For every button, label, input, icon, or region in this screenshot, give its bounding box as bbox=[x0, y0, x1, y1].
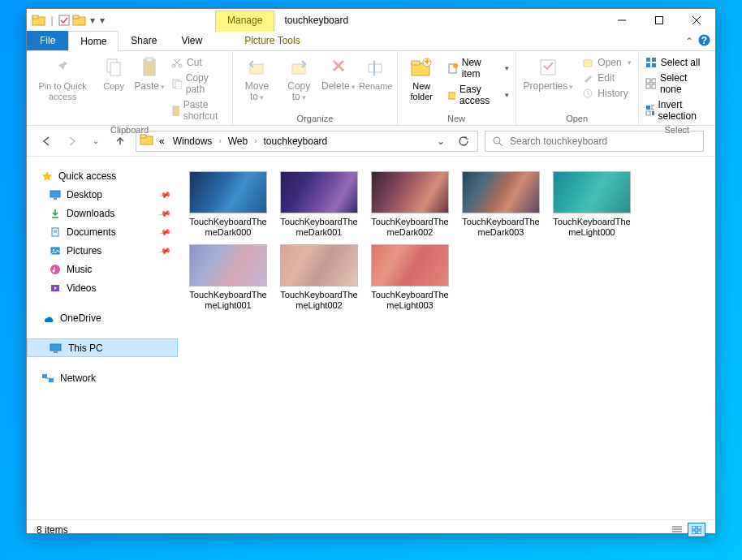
file-name: TouchKeyboardThemeLight000 bbox=[550, 217, 634, 238]
maximize-button[interactable] bbox=[641, 9, 678, 32]
nav-network[interactable]: Network bbox=[27, 368, 178, 387]
nav-this-pc[interactable]: This PC bbox=[27, 338, 178, 357]
new-item-button[interactable]: New item▾ bbox=[444, 55, 512, 81]
nav-quick-access[interactable]: Quick access bbox=[27, 166, 178, 185]
svg-rect-64 bbox=[49, 378, 54, 382]
recent-dropdown[interactable]: ⌄ bbox=[87, 132, 105, 150]
copy-button[interactable]: Copy bbox=[97, 54, 131, 94]
invert-selection-button[interactable]: Invert selection bbox=[642, 97, 712, 123]
paste-icon bbox=[140, 56, 159, 79]
nav-downloads[interactable]: Downloads📌 bbox=[27, 204, 178, 222]
search-box[interactable] bbox=[485, 131, 704, 152]
edit-button[interactable]: Edit bbox=[579, 71, 634, 85]
svg-rect-44 bbox=[646, 111, 650, 115]
file-item[interactable]: TouchKeyboardThemeLight001 bbox=[183, 241, 274, 314]
svg-rect-19 bbox=[173, 106, 179, 116]
select-none-button[interactable]: Select none bbox=[642, 71, 712, 97]
file-item[interactable]: TouchKeyboardThemeDark000 bbox=[183, 168, 274, 241]
pin-icon: 📌 bbox=[158, 244, 171, 257]
easy-access-button[interactable]: Easy access▾ bbox=[444, 82, 512, 108]
music-icon bbox=[50, 264, 61, 275]
chevron-right-icon[interactable]: › bbox=[217, 136, 222, 145]
desktop-icon bbox=[50, 189, 61, 200]
tab-home[interactable]: Home bbox=[68, 31, 119, 51]
rename-icon bbox=[366, 56, 386, 79]
svg-rect-14 bbox=[146, 58, 153, 62]
thumbnails-view-button[interactable] bbox=[688, 523, 705, 537]
file-name: TouchKeyboardThemeLight002 bbox=[277, 290, 361, 311]
content-area[interactable]: TouchKeyboardThemeDark000TouchKeyboardTh… bbox=[178, 157, 715, 519]
tab-share[interactable]: Share bbox=[119, 30, 169, 50]
file-item[interactable]: TouchKeyboardThemeLight003 bbox=[365, 241, 455, 314]
select-all-button[interactable]: Select all bbox=[642, 55, 712, 70]
tab-file[interactable]: File bbox=[27, 31, 68, 50]
nav-pictures[interactable]: Pictures📌 bbox=[27, 241, 178, 260]
nav-videos[interactable]: Videos bbox=[27, 278, 178, 297]
cut-button[interactable]: Cut bbox=[168, 55, 229, 70]
rename-button[interactable]: Rename bbox=[358, 54, 394, 94]
pictures-icon bbox=[50, 245, 61, 256]
videos-icon bbox=[50, 282, 61, 294]
refresh-button[interactable] bbox=[453, 131, 474, 151]
new-folder-button[interactable]: ✦ New folder bbox=[401, 54, 442, 105]
close-button[interactable] bbox=[678, 9, 715, 32]
delete-button[interactable]: Delete▾ bbox=[321, 54, 356, 95]
properties-button[interactable]: Properties▾ bbox=[520, 54, 578, 95]
back-button[interactable] bbox=[38, 132, 56, 150]
nav-desktop[interactable]: Desktop📌 bbox=[27, 185, 178, 204]
thumbnail bbox=[553, 171, 631, 213]
copy-path-button[interactable]: Copy path bbox=[168, 71, 229, 97]
details-view-button[interactable] bbox=[668, 523, 686, 537]
nav-onedrive[interactable]: OneDrive bbox=[27, 308, 178, 327]
forward-button[interactable] bbox=[63, 132, 80, 150]
paste-shortcut-button[interactable]: Paste shortcut bbox=[168, 97, 229, 123]
newitem-icon bbox=[447, 62, 458, 74]
svg-line-49 bbox=[499, 143, 503, 146]
file-item[interactable]: TouchKeyboardThemeDark002 bbox=[365, 168, 455, 241]
svg-rect-36 bbox=[646, 63, 650, 67]
ribbon-collapse-icon[interactable]: ⌃ bbox=[685, 36, 693, 47]
file-item[interactable]: TouchKeyboardThemeLight000 bbox=[546, 168, 637, 241]
tab-view[interactable]: View bbox=[169, 30, 214, 50]
move-to-button[interactable]: Move to▾ bbox=[236, 54, 277, 106]
pin-icon: 📌 bbox=[158, 207, 171, 220]
svg-point-57 bbox=[53, 249, 54, 251]
svg-rect-40 bbox=[646, 84, 650, 88]
minimize-button[interactable] bbox=[603, 9, 641, 32]
folder-small-icon[interactable] bbox=[72, 14, 87, 27]
qat-overflow[interactable]: ▾ bbox=[100, 15, 105, 26]
help-icon[interactable]: ? bbox=[698, 34, 710, 49]
status-bar: 8 items bbox=[27, 519, 715, 539]
file-name: TouchKeyboardThemeDark002 bbox=[368, 217, 452, 238]
item-count: 8 items bbox=[37, 524, 68, 536]
search-input[interactable] bbox=[510, 136, 697, 147]
crumb-web[interactable]: Web bbox=[225, 136, 251, 147]
crumb-windows[interactable]: Windows bbox=[170, 136, 216, 147]
nav-music[interactable]: Music bbox=[27, 260, 178, 278]
svg-rect-41 bbox=[652, 84, 656, 88]
tab-picture-tools[interactable]: Picture Tools bbox=[232, 30, 312, 50]
svg-rect-43 bbox=[652, 106, 654, 110]
open-button[interactable]: Open▾ bbox=[579, 55, 634, 70]
paste-button[interactable]: Paste▾ bbox=[132, 54, 166, 95]
crumb-prefix[interactable]: « bbox=[156, 136, 168, 147]
chevron-right-icon[interactable]: › bbox=[252, 136, 258, 145]
svg-rect-71 bbox=[692, 531, 696, 534]
crumb-touchkeyboard[interactable]: touchkeyboard bbox=[261, 136, 331, 147]
file-item[interactable]: TouchKeyboardThemeLight002 bbox=[274, 241, 365, 314]
qat-dropdown-icon[interactable]: ▾ bbox=[88, 15, 97, 26]
svg-rect-61 bbox=[50, 344, 61, 351]
history-button[interactable]: History bbox=[579, 86, 634, 101]
file-item[interactable]: TouchKeyboardThemeDark001 bbox=[274, 168, 365, 241]
file-item[interactable]: TouchKeyboardThemeDark003 bbox=[455, 168, 546, 241]
checkbox-icon[interactable] bbox=[58, 14, 71, 27]
copy-to-button[interactable]: Copy to▾ bbox=[279, 54, 319, 106]
pin-icon: 📌 bbox=[158, 188, 171, 201]
nav-documents[interactable]: Documents📌 bbox=[27, 222, 178, 241]
svg-point-48 bbox=[494, 137, 500, 144]
address-bar[interactable]: « Windows› Web› touchkeyboard ⌄ bbox=[136, 131, 478, 152]
context-tab[interactable]: Manage bbox=[215, 11, 274, 32]
up-button[interactable] bbox=[111, 132, 129, 150]
pin-button[interactable]: Pin to Quick access bbox=[30, 54, 95, 105]
address-dropdown[interactable]: ⌄ bbox=[430, 131, 451, 151]
